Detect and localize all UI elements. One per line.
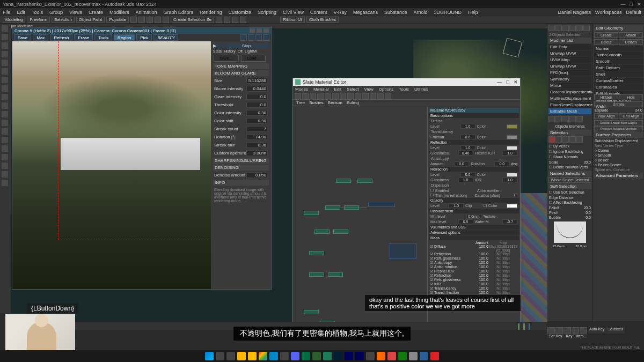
slate-tool-icon[interactable] xyxy=(347,93,354,99)
material-output-node[interactable] xyxy=(390,243,416,259)
map-checkbox[interactable]: ☑ xyxy=(430,286,434,291)
user-name[interactable]: Daniel Nagaets xyxy=(558,10,591,15)
slate-tool-icon[interactable] xyxy=(332,93,339,99)
material-node[interactable] xyxy=(309,272,324,277)
material-node[interactable] xyxy=(357,179,372,183)
cb-usesoft[interactable]: ☐ xyxy=(549,190,553,194)
map-amount[interactable]: 100.0 xyxy=(472,252,488,256)
stack-item-selected[interactable]: Editable Mesh xyxy=(548,108,591,115)
inp-refr-gloss[interactable] xyxy=(458,178,473,182)
menu-scripting[interactable]: Scripting xyxy=(258,10,276,15)
section-displacement[interactable]: Displacement xyxy=(429,209,519,213)
map-slot[interactable]: No Map xyxy=(488,261,518,265)
close-icon[interactable]: ✕ xyxy=(514,79,518,85)
select-icon[interactable] xyxy=(1,25,9,32)
menu-file[interactable]: File xyxy=(3,10,11,15)
refl-color-swatch[interactable] xyxy=(507,146,517,150)
ribbon-dropdown[interactable]: Ribbon UI xyxy=(280,17,305,23)
menu-rendering[interactable]: Rendering xyxy=(200,10,222,15)
section-denoising[interactable]: DENOISING xyxy=(213,165,269,171)
slate-menu-material[interactable]: Material xyxy=(313,87,328,92)
vfb-start-icon[interactable]: ▶ xyxy=(213,43,223,48)
inp-streak[interactable] xyxy=(246,126,268,132)
vfb-tool-icon[interactable] xyxy=(240,34,247,41)
btn-delete[interactable]: Delete xyxy=(594,39,618,45)
btn-hide[interactable]: Hide xyxy=(619,94,643,100)
vfb-tab-stats[interactable]: Stats xyxy=(213,49,222,53)
tool-icon[interactable] xyxy=(1,171,9,178)
map-checkbox[interactable]: ☑ xyxy=(430,278,434,282)
slate-menu-select[interactable]: Select xyxy=(347,87,358,92)
excel-icon[interactable] xyxy=(398,352,407,360)
section-surfaceprops[interactable]: Surface Properties xyxy=(594,132,643,138)
cb-enabled[interactable]: ☐ xyxy=(430,188,434,193)
inp-colorint[interactable] xyxy=(246,110,268,116)
stack-item[interactable]: Symmetry xyxy=(548,76,591,83)
stack-item[interactable]: Unwrap UVW xyxy=(548,50,591,57)
map-amount[interactable]: 100.0 xyxy=(472,274,488,278)
stack-item[interactable]: CoronaSca xyxy=(594,84,643,91)
inp-denoise[interactable] xyxy=(246,172,268,178)
app-icon[interactable] xyxy=(302,352,310,360)
vfb-pick[interactable]: Pick xyxy=(136,34,152,41)
material-node[interactable] xyxy=(304,310,319,314)
stack-item[interactable]: Norma xyxy=(594,46,643,52)
vfb-save[interactable]: Save xyxy=(14,34,31,41)
menu-animation[interactable]: Animation xyxy=(135,10,157,15)
stack-item[interactable]: Shell xyxy=(594,71,643,78)
tool-icon[interactable] xyxy=(1,179,9,187)
inp-customap[interactable] xyxy=(246,150,268,156)
move-icon[interactable] xyxy=(1,33,9,41)
tool-icon[interactable] xyxy=(1,59,9,67)
slate-tab-bushes[interactable]: Bushes xyxy=(309,100,324,105)
stack-item[interactable]: FFD(box) xyxy=(548,70,591,76)
stack-item[interactable]: Unwrap UVW xyxy=(548,63,591,70)
hierarchy-tab-icon[interactable] xyxy=(562,25,569,31)
layout-dropdown[interactable]: Default xyxy=(626,10,641,15)
slate-tool-icon[interactable] xyxy=(302,93,309,99)
setkey-btn[interactable]: Set Key xyxy=(547,334,564,338)
map-checkbox[interactable]: ☑ xyxy=(430,274,434,278)
section-basic[interactable]: Basic options xyxy=(429,113,519,118)
section-maps[interactable]: Maps xyxy=(429,235,519,240)
subobject-icon[interactable] xyxy=(569,116,576,122)
vfb-beauty[interactable]: BEAUTY xyxy=(153,34,178,41)
inp-disp-max[interactable] xyxy=(458,219,473,224)
scale-icon[interactable] xyxy=(1,50,9,58)
maximize-icon[interactable] xyxy=(257,28,262,33)
modify-tab-icon[interactable] xyxy=(555,25,562,31)
app-icon[interactable] xyxy=(420,352,428,360)
vfb-stop[interactable]: Stop xyxy=(224,43,269,48)
slate-tool-icon[interactable] xyxy=(377,93,384,99)
map-checkbox[interactable]: ☑ xyxy=(430,291,434,295)
btn-detach[interactable]: Detach xyxy=(619,39,643,45)
stack-item[interactable]: CoronaScatter xyxy=(594,78,643,84)
app-icon[interactable] xyxy=(377,352,385,360)
btn-removeiso[interactable]: Remove Isolated Vertices xyxy=(594,126,643,131)
btn-gridalign[interactable]: Grid Align xyxy=(619,113,643,119)
refr-color-swatch[interactable] xyxy=(507,173,517,177)
taskview-icon[interactable] xyxy=(226,352,235,360)
freeform-tab[interactable]: Freeform xyxy=(27,17,49,23)
motion-tab-icon[interactable] xyxy=(569,25,576,31)
map-slot[interactable]: No Map xyxy=(488,256,518,261)
map-slot[interactable]: No Map xyxy=(488,252,518,256)
keyframe[interactable] xyxy=(518,323,519,330)
material-node[interactable] xyxy=(309,251,324,255)
sel-face-icon[interactable] xyxy=(562,136,569,143)
section-sharpening[interactable]: SHARPENING/BLURRING xyxy=(213,158,269,164)
slate-tab-bedson[interactable]: Bedson xyxy=(328,100,342,105)
section-advparams[interactable]: Advanced Parameters xyxy=(594,173,643,179)
tool-icon[interactable] xyxy=(1,162,9,169)
stack-item[interactable]: Mirror xyxy=(548,83,591,89)
inp-opacity[interactable] xyxy=(449,203,464,208)
slate-node-graph[interactable] xyxy=(293,106,427,324)
telegram-icon[interactable] xyxy=(269,352,278,360)
material-node[interactable] xyxy=(314,230,330,234)
vfb-tool-icon[interactable] xyxy=(263,34,269,41)
map-checkbox[interactable]: ☑ xyxy=(430,261,434,265)
render-image[interactable] xyxy=(12,41,211,289)
keyframe[interactable] xyxy=(529,323,530,330)
inp-colorshift[interactable] xyxy=(246,118,268,124)
slate-tab-tree[interactable]: Tree xyxy=(296,100,305,105)
